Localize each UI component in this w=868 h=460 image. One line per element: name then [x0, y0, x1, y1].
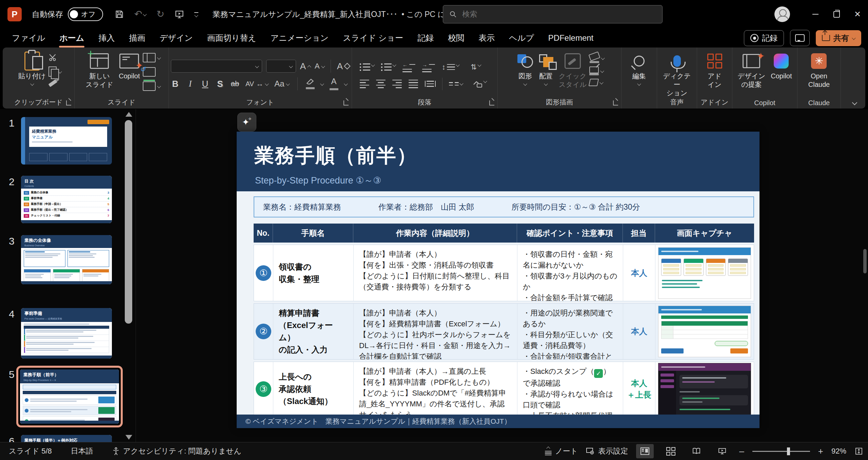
paste-button[interactable]: 貼り付け — [16, 52, 48, 86]
customize-qat-button[interactable] — [194, 12, 198, 17]
clear-formatting-button[interactable]: A — [337, 61, 350, 72]
zoom-slider[interactable] — [752, 451, 810, 452]
copilot-slide-button[interactable]: ✦ Copilot — [116, 52, 142, 81]
zoom-out-button[interactable]: – — [739, 447, 744, 456]
slide-info-bar[interactable]: 業務名：経費精算業務 作業者：総務部 山田 太郎 所要時間の目安：①～③ 合計 … — [254, 196, 754, 217]
record-button[interactable]: 記録 — [744, 30, 784, 46]
tab-home[interactable]: ホーム — [52, 31, 91, 45]
font-size-combobox[interactable] — [266, 60, 296, 73]
new-slide-button[interactable]: + 新しい スライド — [83, 52, 116, 90]
decrease-indent-button[interactable]: ← — [400, 60, 418, 74]
change-case-button[interactable]: Aa — [274, 79, 289, 89]
tab-animations[interactable]: アニメーション — [263, 31, 336, 45]
reset-layout-button[interactable]: ↺ — [143, 67, 160, 77]
increase-indent-button[interactable]: → — [420, 60, 437, 74]
thumbnail-4[interactable]: 事前準備 Pre-work Checklist — 経費精算業務 — [21, 308, 112, 359]
cut-button[interactable] — [48, 53, 61, 62]
text-shadow-button[interactable]: S — [216, 79, 224, 89]
tab-review[interactable]: 校閲 — [441, 31, 471, 45]
slideshow-view-button[interactable] — [713, 444, 731, 458]
user-avatar[interactable] — [774, 6, 790, 22]
copilot-button[interactable]: Copilot — [768, 52, 794, 81]
accessibility-status[interactable]: アクセシビリティ: 問題ありません — [112, 446, 241, 456]
line-spacing-button[interactable]: ↕ — [439, 61, 461, 73]
tab-transitions[interactable]: 画面切り替え — [200, 31, 263, 45]
tab-record[interactable]: 記録 — [410, 31, 441, 45]
align-left-button[interactable] — [357, 78, 372, 90]
character-spacing-button[interactable]: AV↔ — [245, 80, 268, 88]
start-slideshow-button[interactable] — [175, 9, 184, 19]
editing-button[interactable]: 編集 — [630, 52, 649, 86]
tab-draw[interactable]: 描画 — [122, 31, 152, 45]
underline-button[interactable]: U — [201, 79, 210, 89]
share-button[interactable]: 共有 — [816, 30, 861, 46]
align-right-button[interactable] — [390, 78, 404, 90]
minimize-button[interactable] — [805, 4, 826, 24]
layout-button[interactable] — [143, 53, 160, 62]
slide-canvas[interactable]: ✦✧ 業務手順（前半） Step-by-Step Procedure ①～③ 業… — [136, 109, 868, 442]
current-slide[interactable]: 業務手順（前半） Step-by-Step Procedure ①～③ 業務名：… — [237, 132, 760, 428]
zoom-level[interactable]: 92% — [831, 447, 846, 456]
distribute-button[interactable] — [422, 79, 438, 89]
slide-indicator[interactable]: スライド 5/8 — [9, 446, 52, 456]
strikethrough-button[interactable]: ab — [231, 79, 239, 88]
justify-button[interactable] — [406, 78, 420, 90]
shape-fill-button[interactable] — [589, 53, 604, 63]
tab-slideshow[interactable]: スライド ショー — [336, 31, 410, 45]
paragraph-dialog-launcher[interactable] — [489, 100, 494, 106]
drawing-dialog-launcher[interactable] — [613, 100, 618, 106]
normal-view-button[interactable] — [636, 444, 654, 458]
shape-effects-button[interactable] — [589, 79, 604, 86]
search-box[interactable] — [443, 5, 663, 23]
tab-insert[interactable]: 挿入 — [91, 31, 122, 45]
font-name-combobox[interactable] — [171, 60, 262, 73]
font-name-input[interactable] — [175, 62, 256, 71]
convert-smartart-button[interactable] — [470, 78, 489, 90]
canvas-scrollbar-thumb[interactable] — [863, 249, 867, 273]
fit-to-window-icon[interactable] — [854, 447, 863, 456]
zoom-in-button[interactable]: + — [818, 447, 823, 456]
copy-button[interactable] — [48, 66, 61, 77]
addins-button[interactable]: アド イン — [705, 52, 725, 90]
undo-button[interactable]: ↶ — [134, 9, 146, 19]
thumbnail-5[interactable]: 業務手順（前半） Step-by-Step Procedure ①～③ — [20, 369, 119, 424]
display-settings-button[interactable]: 表示設定 — [586, 446, 628, 456]
italic-button[interactable]: I — [186, 79, 195, 89]
grow-font-button[interactable]: A — [300, 61, 311, 72]
tab-design[interactable]: デザイン — [152, 31, 200, 45]
shrink-font-button[interactable]: A — [315, 62, 324, 71]
autosave-toggle[interactable]: オフ — [68, 7, 103, 21]
text-direction-button[interactable]: ⇅ — [468, 61, 483, 73]
thumbnail-5-selection[interactable]: 業務手順（前半） Step-by-Step Procedure ①～③ — [16, 366, 123, 427]
slide-title[interactable]: 業務手順（前半） — [254, 142, 417, 169]
format-painter-button[interactable] — [48, 81, 61, 85]
slide-header[interactable]: 業務手順（前半） Step-by-Step Procedure ①～③ — [237, 132, 760, 191]
font-dialog-launcher[interactable] — [343, 100, 349, 106]
close-button[interactable]: ✕ — [847, 4, 868, 24]
collapse-ribbon-button[interactable] — [852, 100, 857, 106]
scroll-up-arrow[interactable] — [125, 112, 132, 117]
bullets-button[interactable] — [357, 61, 377, 73]
tab-view[interactable]: 表示 — [471, 31, 502, 45]
comments-button[interactable] — [790, 30, 810, 46]
columns-button[interactable] — [447, 80, 465, 88]
arrange-button[interactable]: 配置 — [536, 52, 556, 86]
slide-sorter-button[interactable] — [662, 444, 679, 458]
font-color-button[interactable]: A — [330, 77, 338, 90]
shape-outline-button[interactable] — [589, 66, 604, 75]
scroll-down-arrow[interactable] — [125, 435, 132, 440]
quick-styles-button[interactable]: クイック スタイル — [556, 52, 589, 90]
font-size-input[interactable] — [270, 62, 289, 71]
language-indicator[interactable]: 日本語 — [71, 446, 93, 456]
zoom-slider-thumb[interactable] — [787, 447, 790, 455]
clipboard-dialog-launcher[interactable] — [66, 100, 71, 106]
align-center-button[interactable] — [374, 78, 388, 90]
highlight-color-button[interactable] — [306, 78, 315, 89]
bold-button[interactable]: B — [171, 79, 180, 89]
section-button[interactable] — [143, 81, 160, 91]
designer-suggestion-button[interactable]: ✦✧ — [237, 113, 256, 132]
thumbnail-1[interactable]: 経費精算業務 マニュアル — [21, 117, 112, 165]
tab-help[interactable]: ヘルプ — [502, 31, 541, 45]
restore-button[interactable] — [826, 4, 847, 24]
undo-dropdown-icon[interactable] — [143, 12, 147, 16]
